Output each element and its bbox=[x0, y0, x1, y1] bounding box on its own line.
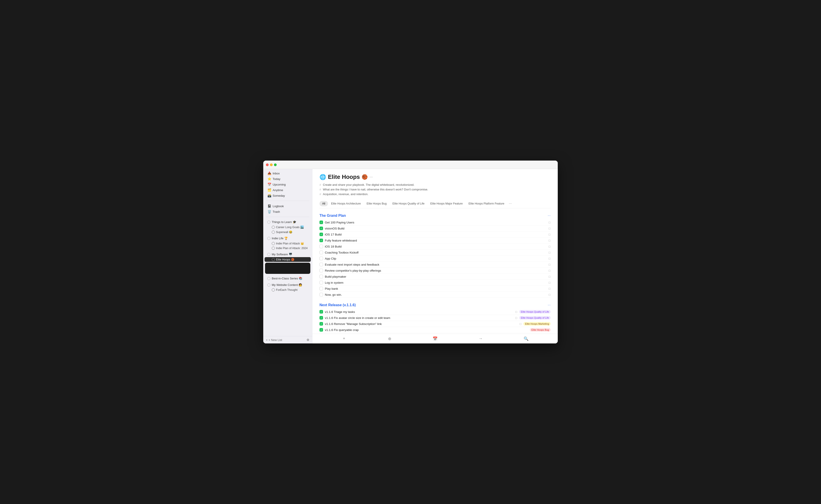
task-attachment-3[interactable]: ◻ bbox=[548, 233, 551, 236]
tab-bug[interactable]: Elite Hoops Bug bbox=[364, 201, 389, 206]
tab-platform[interactable]: Elite Hoops Platform Feature bbox=[466, 201, 507, 206]
task-checkbox-9[interactable] bbox=[319, 269, 323, 272]
task-attachment-r3[interactable]: ◻ bbox=[519, 322, 522, 325]
sidebar-item-website-content[interactable]: My Website Content 🧑 bbox=[264, 282, 311, 287]
task-coaching-toolbox[interactable]: Coaching Toolbox Kickoff ◻ bbox=[319, 250, 551, 256]
tab-major[interactable]: Elite Hoops Major Feature bbox=[428, 201, 466, 206]
task-attachment-13[interactable]: ◻ bbox=[548, 293, 551, 296]
sidebar-item-anytime[interactable]: 🗂️ Anytime bbox=[264, 187, 311, 193]
task-login-system[interactable]: Log in system ◻ bbox=[319, 280, 551, 286]
task-attachment-r2[interactable]: ◻ bbox=[515, 316, 517, 319]
search-button[interactable]: 🔍 bbox=[523, 335, 530, 342]
task-ios17[interactable]: ✓ iOS 17 Build ◻ bbox=[319, 231, 551, 238]
next-release-menu-button[interactable]: ··· bbox=[548, 303, 551, 307]
sidebar-item-elite-hoops[interactable]: Elite Hoops 🏀 bbox=[264, 257, 311, 262]
task-visionos[interactable]: ✓ visionOS Build ◻ bbox=[319, 225, 551, 231]
task-attachment-6[interactable]: ◻ bbox=[548, 251, 551, 254]
task-checkbox-r4[interactable]: ✓ bbox=[319, 328, 323, 332]
task-attachment-9[interactable]: ◻ bbox=[548, 269, 551, 272]
task-checkbox-11[interactable] bbox=[319, 281, 323, 284]
logbook-icon: 📓 bbox=[267, 204, 271, 208]
task-checkbox-6[interactable] bbox=[319, 251, 323, 254]
task-app-clip[interactable]: App Clip ◻ bbox=[319, 256, 551, 262]
sidebar-item-someday[interactable]: 🗃️ Someday bbox=[264, 193, 311, 198]
sidebar-item-logbook[interactable]: 📓 Logbook bbox=[264, 203, 311, 209]
tab-architecture[interactable]: Elite Hoops Architecture bbox=[328, 201, 363, 206]
career-goals-icon bbox=[272, 226, 275, 229]
sidebar-item-upcoming[interactable]: 📅 Upcoming bbox=[264, 182, 311, 187]
task-checkbox-10[interactable] bbox=[319, 275, 323, 278]
sidebar-item-indie-plan-attack[interactable]: Indie Plan of Attack 👑 bbox=[264, 241, 311, 246]
move-button[interactable]: → bbox=[477, 335, 484, 342]
task-attachment-1[interactable]: ◻ bbox=[548, 221, 551, 224]
new-list-button[interactable]: + + New List bbox=[266, 338, 282, 342]
task-text-12: Play bank bbox=[325, 287, 547, 290]
task-checkbox-7[interactable] bbox=[319, 257, 323, 260]
calendar-button[interactable]: 📅 bbox=[432, 335, 439, 342]
tab-all[interactable]: All bbox=[319, 201, 328, 206]
sidebar-item-best-in-class[interactable]: Best-in-Class Series 📚 bbox=[264, 276, 311, 281]
task-ios18[interactable]: iOS 18 Build ◻ bbox=[319, 244, 551, 250]
task-attachment-8[interactable]: ◻ bbox=[548, 263, 551, 266]
sidebar-item-trash[interactable]: 🗑️ Trash bbox=[264, 209, 311, 214]
close-button[interactable] bbox=[266, 163, 269, 166]
task-attachment-7[interactable]: ◻ bbox=[548, 257, 551, 260]
indie-life-icon bbox=[267, 237, 270, 240]
task-checkbox-r2[interactable]: ✓ bbox=[319, 316, 323, 320]
sidebar-item-indie-plan-2024[interactable]: Indie Plan of Attack: 2024 bbox=[264, 246, 311, 250]
sidebar-divider-1 bbox=[266, 201, 309, 201]
task-r4[interactable]: ✓ v1.1.6 Fix queryable crap Elite Hoops … bbox=[319, 327, 551, 333]
task-attachment-12[interactable]: ◻ bbox=[548, 287, 551, 290]
next-release-section: Next Release (v.1.1.6) ··· ✓ v1.1.6 Tria… bbox=[319, 303, 551, 334]
sidebar-item-inbox[interactable]: 📥 Inbox bbox=[264, 171, 311, 176]
task-attachment-4[interactable]: ◻ bbox=[548, 239, 551, 242]
task-attachment-11[interactable]: ◻ bbox=[548, 281, 551, 284]
task-r2[interactable]: ✓ v1.1.6 Fix avatar circle size in creat… bbox=[319, 315, 551, 321]
add-task-with-date-button[interactable]: ⊕ bbox=[386, 335, 393, 342]
tab-more[interactable]: ··· bbox=[507, 202, 513, 206]
task-attachment-2[interactable]: ◻ bbox=[548, 227, 551, 230]
task-checkbox-4[interactable]: ✓ bbox=[319, 239, 323, 242]
grand-plan-menu-button[interactable]: ··· bbox=[548, 214, 551, 218]
task-attachment-10[interactable]: ◻ bbox=[548, 275, 551, 278]
task-checkbox-12[interactable] bbox=[319, 287, 323, 290]
task-checkbox-1[interactable]: ✓ bbox=[319, 221, 323, 224]
task-whiteboard[interactable]: ✓ Fully feature whiteboard ◻ bbox=[319, 238, 551, 244]
task-attachment-r1[interactable]: ◻ bbox=[515, 310, 517, 313]
add-task-button[interactable]: + bbox=[340, 335, 347, 342]
task-checkbox-r3[interactable]: ✓ bbox=[319, 322, 323, 326]
task-checkbox-2[interactable]: ✓ bbox=[319, 227, 323, 230]
upcoming-icon: 📅 bbox=[267, 183, 271, 186]
sidebar-item-today[interactable]: ⭐ Today bbox=[264, 176, 311, 182]
task-r3[interactable]: ✓ v1.1.6 Remove "Manage Subscription" li… bbox=[319, 321, 551, 327]
maximize-button[interactable] bbox=[274, 163, 277, 166]
task-checkbox-13[interactable] bbox=[319, 293, 323, 296]
task-go-win[interactable]: Now, go win. ◻ bbox=[319, 292, 551, 298]
sidebar-item-foreach-thought[interactable]: ForEach Thought bbox=[264, 288, 311, 292]
tab-quality[interactable]: Elite Hoops Quality of Life bbox=[390, 201, 427, 206]
sidebar-item-career-goals[interactable]: Career Long Goals 🏙️ bbox=[264, 225, 311, 229]
task-checkbox-5[interactable] bbox=[319, 245, 323, 248]
task-checkbox-8[interactable] bbox=[319, 263, 323, 266]
sidebar-item-indie-life[interactable]: Indie Life 🏆 bbox=[264, 236, 311, 241]
task-attachment-5[interactable]: ◻ bbox=[548, 245, 551, 248]
project-menu-button[interactable]: ··· bbox=[369, 175, 373, 179]
sidebar-item-superwall[interactable]: Superwall 😂 bbox=[264, 230, 311, 234]
task-evaluate-import[interactable]: Evaluate next import steps and feedback … bbox=[319, 262, 551, 268]
task-r1[interactable]: ✓ v1.1.6 Triage my tasks ◻ Elite Hoops Q… bbox=[319, 309, 551, 315]
task-checkbox-r1[interactable]: ✓ bbox=[319, 310, 323, 314]
trash-icon: 🗑️ bbox=[267, 210, 271, 213]
superwall-icon bbox=[272, 231, 275, 234]
filter-settings-icon[interactable]: ⚙ bbox=[306, 338, 309, 342]
sidebar-item-things-to-learn[interactable]: Things to Learn 🎓 bbox=[264, 219, 311, 225]
task-build-playmaker[interactable]: Build playmaker ◻ bbox=[319, 274, 551, 280]
sidebar-item-my-software[interactable]: My Software 🖥️ bbox=[264, 252, 311, 257]
new-list-plus-icon: + bbox=[266, 338, 268, 342]
task-tag-r1: Elite Hoops Quality of Life bbox=[519, 310, 551, 314]
task-play-bank[interactable]: Play bank ◻ bbox=[319, 286, 551, 292]
task-checkbox-3[interactable]: ✓ bbox=[319, 233, 323, 236]
task-review-competitor[interactable]: Review competitor's play-by-play offerin… bbox=[319, 268, 551, 274]
task-get-100-users[interactable]: ✓ Get 100 Paying Users ◻ bbox=[319, 219, 551, 225]
minimize-button[interactable] bbox=[270, 163, 273, 166]
project-globe-icon: 🌐 bbox=[319, 174, 326, 180]
